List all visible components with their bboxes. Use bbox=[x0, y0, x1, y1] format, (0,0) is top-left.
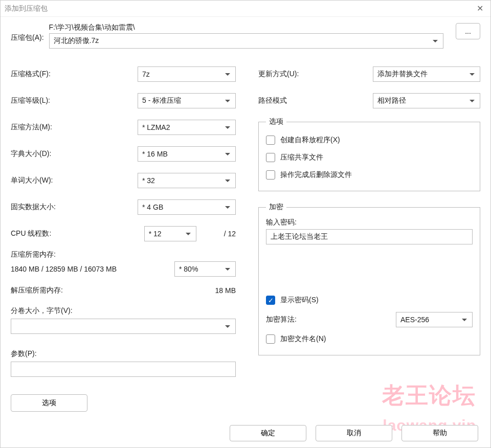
threads-total: / 12 bbox=[196, 230, 236, 238]
encrypt-names-checkbox[interactable] bbox=[266, 334, 275, 344]
delete-row[interactable]: 操作完成后删除源文件 bbox=[266, 166, 473, 184]
mem-compress-label: 压缩所需内存: bbox=[11, 250, 236, 259]
path-mode-combo[interactable]: 相对路径 bbox=[373, 93, 480, 108]
mem-compress-block: 压缩所需内存: 1840 MB / 12859 MB / 16073 MB * … bbox=[11, 250, 236, 277]
solid-label: 固实数据大小: bbox=[11, 203, 138, 212]
split-combo[interactable] bbox=[11, 319, 236, 334]
right-column: 更新方式(U): 添加并替换文件 路径模式 相对路径 选项 创建自释放程序(X) bbox=[258, 61, 480, 412]
delete-label: 操作完成后删除源文件 bbox=[280, 170, 352, 180]
dialog-content: 压缩包(A): F:\学习\视频合集\动如雷震\ 河北的骄傲.7z ... 压缩… bbox=[1, 17, 490, 447]
shared-label: 压缩共享文件 bbox=[280, 153, 323, 162]
password-input[interactable] bbox=[266, 229, 473, 244]
delete-checkbox[interactable] bbox=[266, 170, 275, 180]
params-label: 参数(P): bbox=[11, 349, 236, 359]
archive-path-text: F:\学习\视频合集\动如雷震\ bbox=[49, 23, 443, 33]
password-label: 输入密码: bbox=[266, 218, 473, 227]
word-combo[interactable]: * 32 bbox=[138, 173, 236, 188]
browse-button[interactable]: ... bbox=[456, 23, 480, 39]
encryption-legend: 加密 bbox=[266, 203, 286, 212]
archive-path-col: F:\学习\视频合集\动如雷震\ 河北的骄傲.7z bbox=[49, 23, 443, 49]
solid-combo[interactable]: * 4 GB bbox=[138, 199, 236, 215]
ok-button[interactable]: 确定 bbox=[230, 425, 306, 441]
columns: 压缩格式(F): 7z 压缩等级(L): 5 - 标准压缩 压缩方法(M): *… bbox=[11, 61, 480, 412]
show-password-row[interactable]: 显示密码(S) bbox=[266, 292, 473, 309]
options-button[interactable]: 选项 bbox=[11, 394, 87, 412]
params-input[interactable] bbox=[11, 362, 236, 377]
titlebar: 添加到压缩包 ✕ bbox=[1, 1, 490, 17]
footer-buttons: 确定 取消 帮助 bbox=[1, 425, 490, 441]
encrypt-names-row[interactable]: 加密文件名(N) bbox=[266, 330, 473, 348]
sfx-label: 创建自释放程序(X) bbox=[280, 136, 340, 145]
update-combo[interactable]: 添加并替换文件 bbox=[373, 66, 480, 82]
mem-decompress-label: 解压缩所需内存: bbox=[11, 286, 63, 295]
threads-combo[interactable]: * 12 bbox=[144, 226, 196, 241]
window-title: 添加到压缩包 bbox=[5, 4, 48, 13]
path-mode-label: 路径模式 bbox=[258, 96, 287, 105]
method-label: 压缩方法(M): bbox=[11, 123, 138, 132]
level-combo[interactable]: 5 - 标准压缩 bbox=[138, 93, 236, 108]
dialog-window: 添加到压缩包 ✕ 压缩包(A): F:\学习\视频合集\动如雷震\ 河北的骄傲.… bbox=[0, 0, 491, 448]
word-label: 单词大小(W): bbox=[11, 176, 138, 185]
encrypt-names-label: 加密文件名(N) bbox=[280, 334, 326, 344]
format-combo[interactable]: 7z bbox=[138, 66, 236, 82]
archive-name-combo[interactable]: 河北的骄傲.7z bbox=[49, 33, 443, 49]
cancel-button[interactable]: 取消 bbox=[316, 425, 392, 441]
format-label: 压缩格式(F): bbox=[11, 70, 138, 79]
options-group: 选项 创建自释放程序(X) 压缩共享文件 操作完成后删除源文件 bbox=[258, 117, 480, 191]
sfx-row[interactable]: 创建自释放程序(X) bbox=[266, 131, 473, 149]
encryption-group: 加密 输入密码: 显示密码(S) 加密算法: AES-256 加密文件名(N) bbox=[258, 203, 480, 355]
show-password-checkbox[interactable] bbox=[266, 296, 275, 305]
archive-row: 压缩包(A): F:\学习\视频合集\动如雷震\ 河北的骄傲.7z ... bbox=[11, 23, 480, 49]
help-button[interactable]: 帮助 bbox=[401, 425, 478, 441]
algo-label: 加密算法: bbox=[266, 315, 297, 324]
method-combo[interactable]: * LZMA2 bbox=[138, 120, 236, 135]
split-label: 分卷大小，字节(V): bbox=[11, 306, 236, 316]
mem-decompress-value: 18 MB bbox=[215, 286, 236, 295]
mem-pct-combo[interactable]: * 80% bbox=[174, 261, 236, 277]
mem-compress-value: 1840 MB / 12859 MB / 16073 MB bbox=[11, 265, 117, 273]
shared-checkbox[interactable] bbox=[266, 153, 275, 162]
sfx-checkbox[interactable] bbox=[266, 136, 275, 145]
update-label: 更新方式(U): bbox=[258, 70, 299, 79]
dict-label: 字典大小(D): bbox=[11, 149, 138, 159]
options-legend: 选项 bbox=[266, 117, 286, 126]
left-column: 压缩格式(F): 7z 压缩等级(L): 5 - 标准压缩 压缩方法(M): *… bbox=[11, 61, 236, 412]
threads-label: CPU 线程数: bbox=[11, 229, 144, 238]
level-label: 压缩等级(L): bbox=[11, 96, 138, 105]
shared-row[interactable]: 压缩共享文件 bbox=[266, 149, 473, 166]
dict-combo[interactable]: * 16 MB bbox=[138, 146, 236, 162]
show-password-label: 显示密码(S) bbox=[280, 296, 319, 305]
algo-combo[interactable]: AES-256 bbox=[396, 312, 473, 327]
archive-name-value: 河北的骄傲.7z bbox=[54, 36, 99, 46]
close-icon[interactable]: ✕ bbox=[474, 4, 486, 13]
archive-label: 压缩包(A): bbox=[11, 23, 44, 42]
